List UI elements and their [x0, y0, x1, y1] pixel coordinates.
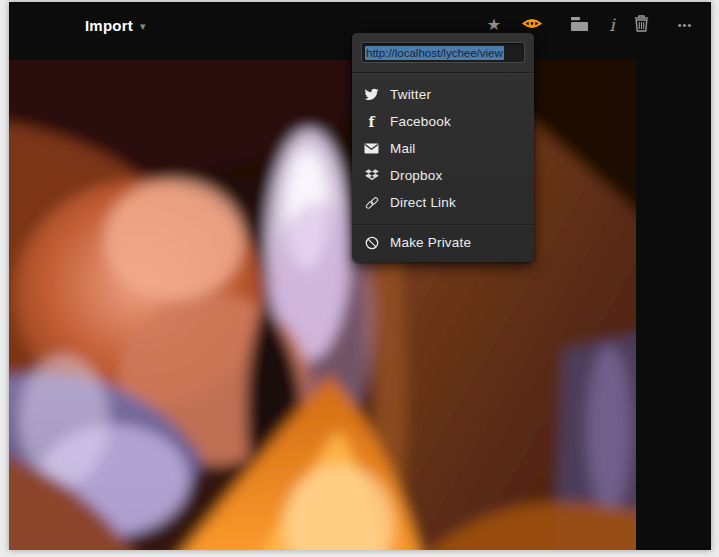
- menu-item-label: Dropbox: [390, 168, 442, 183]
- folder-icon: [571, 17, 588, 34]
- info-button[interactable]: i: [597, 10, 627, 40]
- info-icon: i: [609, 15, 614, 35]
- star-icon: ★: [487, 17, 501, 33]
- share-menu: http://localhost/lychee/view Twitter f F…: [352, 33, 534, 262]
- trash-icon: [634, 15, 649, 35]
- share-url-text: http://localhost/lychee/view: [365, 46, 504, 60]
- more-button[interactable]: •••: [670, 10, 700, 40]
- canyon-photo-art: [9, 60, 636, 550]
- menu-item-mail[interactable]: Mail: [352, 135, 534, 162]
- menu-item-make-private[interactable]: Make Private: [352, 229, 534, 256]
- share-options-list: Twitter f Facebook Mail: [352, 73, 534, 224]
- menu-item-label: Twitter: [390, 87, 431, 102]
- menu-item-label: Facebook: [390, 114, 451, 129]
- import-menu-button[interactable]: Import ▾: [85, 12, 145, 38]
- menu-item-label: Mail: [390, 141, 416, 156]
- photo-antelope-canyon[interactable]: [9, 60, 636, 550]
- menu-item-facebook[interactable]: f Facebook: [352, 108, 534, 135]
- mail-icon: [363, 140, 380, 157]
- menu-item-twitter[interactable]: Twitter: [352, 81, 534, 108]
- menu-item-direct-link[interactable]: Direct Link: [352, 189, 534, 216]
- link-icon: [363, 194, 380, 211]
- page-title: Import: [85, 17, 133, 34]
- chevron-down-icon: ▾: [140, 21, 146, 32]
- share-footer-list: Make Private: [352, 224, 534, 262]
- eye-icon: [522, 16, 542, 34]
- share-url-row: http://localhost/lychee/view: [352, 33, 534, 73]
- facebook-icon: f: [363, 113, 380, 130]
- lychee-app-window: Import ▾ ★ i: [9, 2, 711, 550]
- dropbox-icon: [363, 167, 380, 184]
- menu-item-label: Make Private: [390, 235, 471, 250]
- menu-item-dropbox[interactable]: Dropbox: [352, 162, 534, 189]
- share-url-input[interactable]: http://localhost/lychee/view: [361, 42, 525, 63]
- menu-item-label: Direct Link: [390, 195, 456, 210]
- twitter-icon: [363, 86, 380, 103]
- ellipsis-icon: •••: [678, 19, 693, 31]
- ban-icon: [363, 234, 380, 251]
- trash-button[interactable]: [626, 10, 656, 40]
- move-folder-button[interactable]: [564, 10, 594, 40]
